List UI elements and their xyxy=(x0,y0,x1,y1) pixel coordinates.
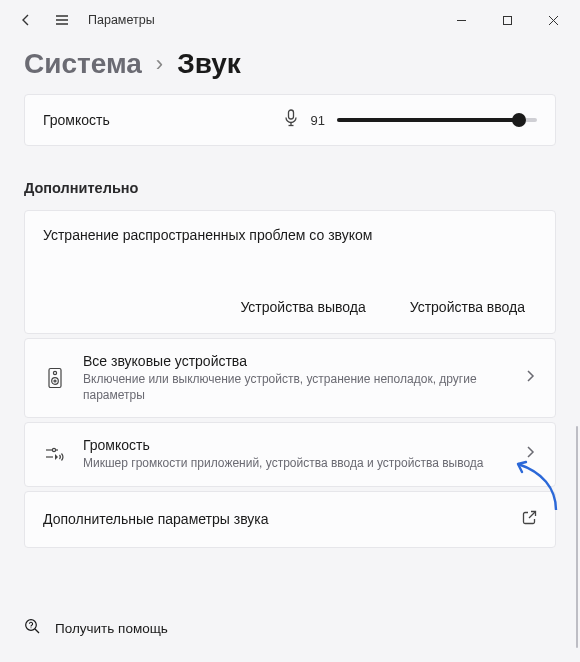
troubleshoot-output-button[interactable]: Устройства вывода xyxy=(240,299,365,315)
back-button[interactable] xyxy=(16,10,36,30)
svg-point-7 xyxy=(26,620,37,631)
svg-rect-1 xyxy=(288,110,293,119)
menu-button[interactable] xyxy=(52,10,72,30)
more-sound-settings-row[interactable]: Дополнительные параметры звука xyxy=(24,491,556,548)
troubleshoot-title: Устранение распространенных проблем со з… xyxy=(43,227,537,243)
troubleshoot-card: Устранение распространенных проблем со з… xyxy=(24,210,556,334)
breadcrumb-system[interactable]: Система xyxy=(24,48,142,80)
svg-point-5 xyxy=(54,380,56,382)
speaker-icon xyxy=(43,367,67,389)
troubleshoot-input-button[interactable]: Устройства ввода xyxy=(410,299,525,315)
volume-card: Громкость 91 xyxy=(24,94,556,146)
all-devices-sub: Включение или выключение устройств, устр… xyxy=(83,371,507,403)
volume-mixer-sub: Микшер громкости приложений, устройства … xyxy=(83,455,507,471)
svg-point-4 xyxy=(52,378,59,385)
volume-slider[interactable] xyxy=(337,112,537,128)
window-title: Параметры xyxy=(88,13,155,27)
all-devices-row[interactable]: Все звуковые устройства Включение или вы… xyxy=(24,338,556,418)
open-external-icon xyxy=(522,510,537,529)
breadcrumb-sound: Звук xyxy=(177,48,241,80)
help-link[interactable]: Получить помощь xyxy=(0,618,192,638)
volume-label: Громкость xyxy=(43,112,271,128)
chevron-right-icon xyxy=(523,369,537,387)
breadcrumb-separator: › xyxy=(156,51,163,77)
titlebar: Параметры xyxy=(0,0,580,40)
svg-rect-0 xyxy=(503,16,511,24)
chevron-right-icon xyxy=(523,445,537,463)
mixer-icon xyxy=(43,445,67,463)
svg-point-8 xyxy=(31,627,32,628)
section-header-additional: Дополнительно xyxy=(24,180,556,196)
minimize-button[interactable] xyxy=(438,4,484,36)
scrollbar[interactable] xyxy=(576,426,578,648)
volume-value: 91 xyxy=(311,113,325,128)
all-devices-title: Все звуковые устройства xyxy=(83,353,507,369)
svg-point-3 xyxy=(53,372,56,375)
help-label: Получить помощь xyxy=(55,621,168,636)
maximize-button[interactable] xyxy=(484,4,530,36)
microphone-icon[interactable] xyxy=(283,109,299,131)
close-button[interactable] xyxy=(530,4,576,36)
more-sound-title: Дополнительные параметры звука xyxy=(43,511,522,527)
help-icon xyxy=(24,618,41,638)
volume-mixer-title: Громкость xyxy=(83,437,507,453)
breadcrumb: Система › Звук xyxy=(24,48,556,80)
svg-point-6 xyxy=(52,449,55,452)
volume-mixer-row[interactable]: Громкость Микшер громкости приложений, у… xyxy=(24,422,556,486)
